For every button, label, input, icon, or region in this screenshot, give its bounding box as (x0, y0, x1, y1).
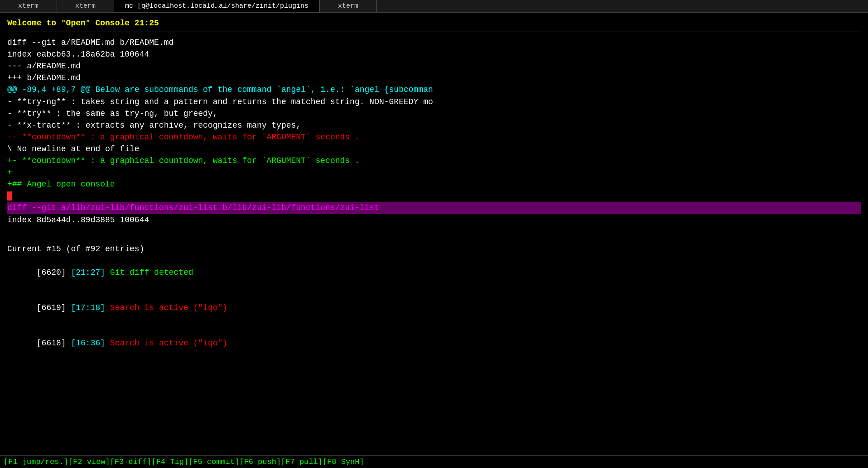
diff-line-red: -- **countdown** : a graphical countdown… (7, 131, 861, 143)
diff-line-green2: + (7, 167, 861, 178)
diff-line-6: - **try-ng** : takes string and a patter… (7, 96, 861, 108)
diff-line-4: +++ b/README.md (7, 72, 861, 84)
bottom-bar: [F1 jump/res.][F2 view][F3 diff][F4 Tig]… (0, 455, 868, 468)
log-entry-6619: [6619] [17:18] Search is active ("iqo") (7, 290, 861, 325)
tab-xterm-2[interactable]: xterm (57, 0, 114, 12)
blank-line (7, 231, 861, 243)
diff-line-8: - **x-tract** : extracts any archive, re… (7, 119, 861, 131)
diff-line-green3: +## Angel open console (7, 178, 861, 190)
tab-xterm-3[interactable]: xterm (320, 0, 377, 12)
diff-line-green1: +- **countdown** : a graphical countdown… (7, 155, 861, 167)
diff2-line: diff --git a/lib/zui-lib/functions/zui-l… (7, 202, 861, 214)
welcome-line: Welcome to °Open° Console 21:25 (7, 17, 861, 29)
diff-line-3: --- a/README.md (7, 60, 861, 72)
terminal: Welcome to °Open° Console 21:25 diff --g… (0, 13, 868, 366)
tab-xterm-1[interactable]: xterm (0, 0, 57, 12)
tab-mc[interactable]: mc [q@localhost.locald…al/share/zinit/pl… (114, 0, 320, 12)
current-entry: Current #15 (of #92 entries) (7, 243, 861, 255)
log-section: Current #15 (of #92 entries) [6620] [21:… (7, 231, 861, 361)
diff-line-1: diff --git a/README.md b/README.md (7, 37, 861, 48)
diff-line-nonewline: \ No newline at end of file (7, 143, 861, 155)
log-entry-6620: [6620] [21:27] Git diff detected (7, 255, 861, 290)
diff-line-7: - **try** : the same as try-ng, but gree… (7, 108, 861, 119)
log-entry-6618: [6618] [16:36] Search is active ("iqo") (7, 325, 861, 361)
index2-line: index 8d5a44d..89d3885 100644 (7, 214, 861, 226)
separator (7, 32, 861, 32)
diff-line-cursor: + (7, 190, 861, 202)
tab-bar: xterm xterm mc [q@localhost.locald…al/sh… (0, 0, 868, 13)
diff-line-2: index eabcb63..18a62ba 100644 (7, 48, 861, 60)
diff-line-5: @@ -89,4 +89,7 @@ Below are subcommands … (7, 84, 861, 96)
